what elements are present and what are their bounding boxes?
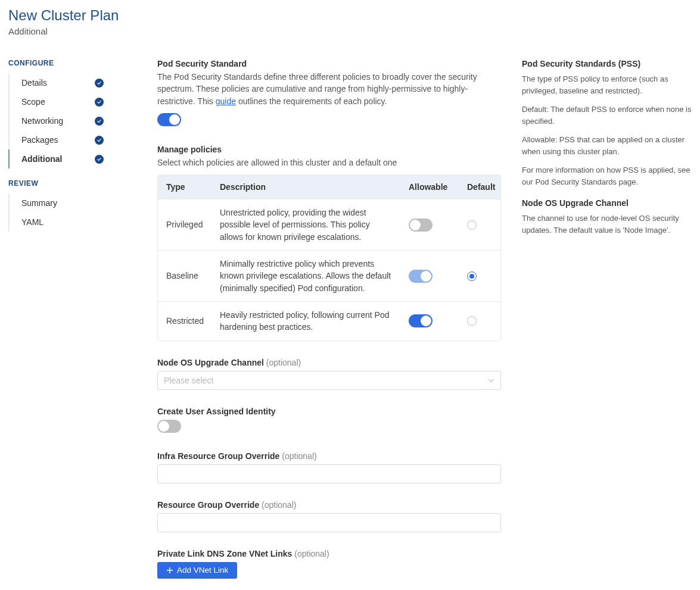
infra-rg-input[interactable] — [157, 464, 501, 483]
policies-table: Type Description Allowable Default Privi… — [157, 174, 501, 341]
identity-label: Create User Assigned Identity — [157, 407, 501, 416]
chevron-down-icon — [488, 376, 494, 385]
sidebar-item-additional[interactable]: Additional — [8, 149, 104, 168]
sidebar-item-scope[interactable]: Scope — [8, 92, 104, 111]
sidebar-item-details[interactable]: Details — [8, 73, 104, 92]
table-row: PrivilegedUnrestricted policy, providing… — [158, 199, 500, 251]
help-panel: Pod Security Standards (PSS) The type of… — [522, 59, 692, 243]
rg-input[interactable] — [157, 513, 501, 532]
sidebar-item-networking[interactable]: Networking — [8, 111, 104, 130]
col-allow-header: Allowable — [400, 175, 459, 199]
table-row: BaselineMinimally restrictive policy whi… — [158, 251, 500, 302]
help-text: Allowable: PSS that can be applied on a … — [522, 134, 692, 157]
nodeos-select[interactable]: Please select — [157, 371, 501, 390]
manage-policies-desc: Select which policies are allowed in thi… — [157, 157, 501, 168]
policy-desc: Minimally restrictive policy which preve… — [211, 251, 400, 301]
infra-rg-label: Infra Resource Group Override (optional) — [157, 451, 501, 461]
plus-icon — [166, 567, 177, 574]
check-circle-icon — [95, 155, 104, 164]
sidebar-item-yaml[interactable]: YAML — [8, 213, 104, 232]
help-text: For more information on how PSS is appli… — [522, 164, 692, 188]
help-text: Default: The default PSS to enforce when… — [522, 104, 692, 127]
add-vnet-link-button[interactable]: Add VNet Link — [157, 562, 237, 579]
table-header: Type Description Allowable Default — [158, 175, 500, 199]
col-desc-header: Description — [211, 175, 400, 199]
sidebar-item-label: Packages — [21, 135, 58, 145]
col-type-header: Type — [158, 175, 211, 199]
page-title: New Cluster Plan — [8, 7, 692, 24]
pss-title: Pod Security Standard — [157, 59, 501, 68]
allowable-toggle[interactable] — [409, 218, 433, 232]
sidebar: CONFIGURE DetailsScopeNetworkingPackages… — [8, 59, 157, 236]
main-form: Pod Security Standard The Pod Security S… — [157, 59, 501, 590]
policy-type: Restricted — [158, 308, 211, 334]
sidebar-item-label: Details — [21, 78, 47, 88]
sidebar-item-label: Scope — [21, 97, 45, 107]
vnet-label: Private Link DNS Zone VNet Links (option… — [157, 549, 501, 558]
default-radio[interactable] — [467, 220, 477, 230]
pss-guide-link[interactable]: guide — [216, 96, 236, 106]
page-subtitle: Additional — [8, 26, 692, 36]
configure-heading: CONFIGURE — [8, 59, 157, 67]
help-text: The channel to use for node-level OS sec… — [522, 213, 692, 236]
identity-toggle[interactable] — [157, 420, 181, 433]
table-row: RestrictedHeavily restricted policy, fol… — [158, 302, 500, 341]
sidebar-item-label: Networking — [21, 116, 63, 126]
rg-label: Resource Group Override (optional) — [157, 500, 501, 510]
check-circle-icon — [95, 136, 104, 145]
help-node-title: Node OS Upgrade Channel — [522, 198, 692, 208]
policy-type: Privileged — [158, 211, 211, 238]
manage-policies-title: Manage policies — [157, 145, 501, 154]
review-heading: REVIEW — [8, 179, 157, 188]
sidebar-item-label: Additional — [21, 154, 62, 164]
help-text: The type of PSS policy to enforce (such … — [522, 73, 692, 96]
allowable-toggle[interactable] — [409, 314, 433, 327]
sidebar-item-label: Summary — [21, 198, 57, 208]
policy-desc: Heavily restricted policy, following cur… — [211, 302, 400, 341]
sidebar-item-packages[interactable]: Packages — [8, 130, 104, 149]
policy-desc: Unrestricted policy, providing the wides… — [211, 199, 400, 250]
pss-enable-toggle[interactable] — [157, 113, 181, 126]
col-default-header: Default — [459, 175, 500, 199]
help-pss-title: Pod Security Standards (PSS) — [522, 59, 692, 68]
check-circle-icon — [95, 79, 104, 88]
sidebar-item-label: YAML — [21, 217, 43, 227]
allowable-toggle[interactable] — [409, 270, 433, 283]
policy-type: Baseline — [158, 263, 211, 289]
default-radio[interactable] — [467, 271, 477, 281]
nodeos-label: Node OS Upgrade Channel (optional) — [157, 358, 501, 367]
sidebar-item-summary[interactable]: Summary — [8, 193, 104, 213]
check-circle-icon — [95, 117, 104, 126]
pss-description: The Pod Security Standards define three … — [157, 71, 501, 107]
default-radio[interactable] — [467, 316, 477, 326]
check-circle-icon — [95, 98, 104, 107]
